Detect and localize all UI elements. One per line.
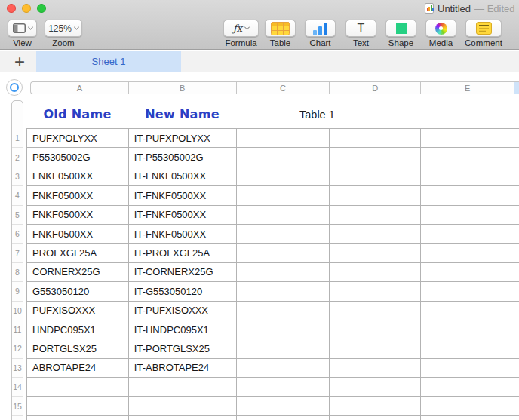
table-cell[interactable] — [514, 148, 519, 167]
shape-button[interactable] — [385, 20, 416, 37]
table-title[interactable]: Table 1 — [299, 100, 335, 128]
table-cell[interactable]: PROFXGL25A — [27, 244, 129, 262]
table-cell[interactable] — [129, 378, 237, 397]
close-window-button[interactable] — [7, 4, 16, 13]
table-cell[interactable] — [421, 359, 514, 378]
column-header-c[interactable]: C — [237, 82, 330, 94]
table-cell[interactable] — [514, 416, 519, 420]
table-cell[interactable] — [421, 282, 514, 301]
table-cell[interactable] — [514, 320, 519, 339]
table-cell[interactable]: CORNERX25G — [27, 263, 129, 282]
table-cell[interactable] — [421, 397, 514, 415]
table-cell[interactable] — [330, 148, 421, 167]
formula-button[interactable]: ƒx — [223, 20, 259, 37]
text-button[interactable]: T — [345, 20, 376, 37]
row-number[interactable]: 13 — [12, 359, 23, 378]
table-cell[interactable] — [421, 129, 514, 148]
table-cell[interactable] — [237, 320, 330, 339]
column-header-a[interactable]: A — [31, 82, 129, 94]
table-cell[interactable]: IT-HNDPC095X1 — [129, 320, 237, 339]
table-cell[interactable]: ABROTAPE24 — [27, 359, 129, 378]
table-cell[interactable]: PUFXPOLYXX — [27, 129, 129, 148]
column-header-f-partial[interactable] — [514, 82, 519, 94]
table-cell[interactable]: IT-FNKF0500XX — [129, 206, 237, 225]
table-cell[interactable] — [237, 129, 330, 148]
table-cell[interactable] — [514, 282, 519, 301]
table-cell[interactable] — [237, 263, 330, 282]
table-cell[interactable] — [514, 167, 519, 186]
table-cell[interactable] — [27, 397, 129, 415]
zoom-button[interactable]: 125% — [45, 20, 82, 37]
table-cell[interactable]: IT-PORTGLSX25 — [129, 339, 237, 358]
table-cell[interactable] — [330, 263, 421, 282]
row-number[interactable]: 15 — [12, 397, 23, 415]
table-cell[interactable] — [514, 378, 519, 397]
view-button[interactable] — [8, 20, 37, 37]
sheet-tab-sheet1[interactable]: Sheet 1 — [36, 51, 181, 72]
table-cell[interactable] — [27, 378, 129, 397]
table-cell[interactable] — [421, 186, 514, 205]
header-cell-old-name[interactable]: Old Name — [26, 100, 128, 128]
table-cell[interactable] — [330, 244, 421, 262]
table-cell[interactable] — [421, 263, 514, 282]
table-cell[interactable] — [421, 416, 514, 420]
table-cell[interactable] — [514, 359, 519, 378]
table-cell[interactable]: IT-PUFXPOLYXX — [129, 129, 237, 148]
header-cell-new-name[interactable]: New Name — [128, 100, 236, 128]
table-cell[interactable] — [514, 263, 519, 282]
row-number[interactable]: 1 — [12, 129, 23, 148]
table-cell[interactable] — [421, 320, 514, 339]
media-button[interactable] — [425, 20, 456, 37]
column-header-d[interactable]: D — [330, 82, 421, 94]
row-number[interactable]: 7 — [12, 244, 23, 262]
table-cell[interactable]: IT-FNKF0500XX — [129, 186, 237, 205]
row-number[interactable]: 12 — [12, 339, 23, 358]
table-cell[interactable] — [421, 339, 514, 358]
table-cell[interactable]: FNKF0500XX — [27, 167, 129, 186]
table-cell[interactable] — [237, 148, 330, 167]
table-cell[interactable]: G553050120 — [27, 282, 129, 301]
row-number[interactable]: 3 — [12, 167, 23, 186]
table-cell[interactable] — [330, 167, 421, 186]
table-cell[interactable] — [237, 186, 330, 205]
table-button[interactable] — [265, 20, 296, 37]
row-number[interactable]: 16 — [12, 416, 23, 420]
table-cell[interactable] — [330, 320, 421, 339]
row-number[interactable]: 6 — [12, 225, 23, 244]
table-cell[interactable] — [514, 225, 519, 244]
row-number[interactable]: 10 — [12, 302, 23, 320]
table-cell[interactable]: IT-P55305002G — [129, 148, 237, 167]
table-cell[interactable]: IT-CORNERX25G — [129, 263, 237, 282]
table-cell[interactable] — [330, 282, 421, 301]
table-cell[interactable] — [330, 302, 421, 320]
table-select-circle[interactable] — [6, 79, 23, 96]
table-cell[interactable]: IT-PROFXGL25A — [129, 244, 237, 262]
table-cell[interactable] — [330, 339, 421, 358]
row-number[interactable]: 4 — [12, 186, 23, 205]
table-cell[interactable] — [237, 244, 330, 262]
table-cell[interactable] — [129, 416, 237, 420]
table-cell[interactable] — [330, 359, 421, 378]
table-cell[interactable] — [330, 225, 421, 244]
table-cell[interactable] — [514, 186, 519, 205]
column-header-b[interactable]: B — [129, 82, 237, 94]
minimize-window-button[interactable] — [22, 4, 31, 13]
table-cell[interactable] — [514, 339, 519, 358]
table-cell[interactable] — [330, 129, 421, 148]
row-number[interactable]: 8 — [12, 263, 23, 282]
column-header-e[interactable]: E — [421, 82, 514, 94]
table-cell[interactable] — [237, 397, 330, 415]
table-cell[interactable] — [421, 378, 514, 397]
table-cell[interactable] — [237, 416, 330, 420]
table-cell[interactable] — [514, 302, 519, 320]
table-cell[interactable] — [421, 244, 514, 262]
table-cell[interactable]: FNKF0500XX — [27, 206, 129, 225]
table-cell[interactable] — [421, 302, 514, 320]
table-cell[interactable] — [129, 397, 237, 415]
table-cell[interactable]: FNKF0500XX — [27, 225, 129, 244]
table-cell[interactable]: IT-PUFXISOXXX — [129, 302, 237, 320]
table-cell[interactable]: FNKF0500XX — [27, 186, 129, 205]
row-number[interactable]: 2 — [12, 148, 23, 167]
fullscreen-window-button[interactable] — [37, 4, 46, 13]
table-cell[interactable] — [514, 397, 519, 415]
